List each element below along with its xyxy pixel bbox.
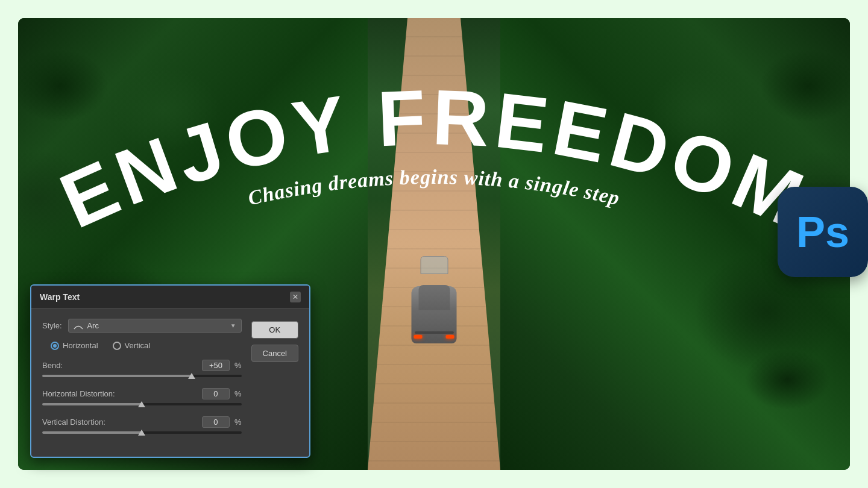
- svg-text:ENJOY FREEDOM: ENJOY FREEDOM: [48, 73, 820, 245]
- v-distortion-header: Vertical Distortion: 0 %: [42, 416, 242, 428]
- bend-value[interactable]: +50: [202, 360, 230, 371]
- ps-badge: Ps: [778, 187, 868, 277]
- bend-slider-fill: [42, 375, 192, 377]
- car-roof: [418, 285, 450, 310]
- bend-value-row: +50 %: [202, 360, 242, 371]
- v-distortion-fill: [42, 431, 142, 434]
- radio-row: Horizontal Vertical: [42, 341, 242, 350]
- headline-text: ENJOY FREEDOM: [48, 73, 820, 245]
- car-taillight-left: [414, 335, 423, 339]
- horizontal-radio[interactable]: Horizontal: [51, 341, 98, 350]
- car-trunk: [415, 331, 454, 334]
- h-distortion-track[interactable]: [42, 403, 242, 405]
- vertical-radio-label: Vertical: [125, 341, 151, 350]
- h-distortion-value[interactable]: 0: [202, 388, 230, 399]
- canvas-text-svg: ENJOY FREEDOM Chasing dreams begins with…: [18, 36, 850, 265]
- h-distortion-label: Horizontal Distortion:: [42, 389, 115, 398]
- v-distortion-value-row: 0 %: [202, 416, 242, 428]
- horizontal-radio-circle: [51, 342, 59, 350]
- vertical-radio-circle: [113, 342, 121, 350]
- dialog-close-button[interactable]: ✕: [290, 292, 301, 302]
- style-row: Style: Arc ▼: [42, 319, 242, 333]
- v-distortion-percent: %: [234, 418, 242, 427]
- v-distortion-slider-row: Vertical Distortion: 0 %: [42, 416, 242, 435]
- h-distortion-thumb[interactable]: [138, 401, 145, 407]
- v-distortion-value[interactable]: 0: [202, 416, 230, 428]
- horizontal-radio-label: Horizontal: [63, 341, 98, 350]
- bend-slider-row: Bend: +50 %: [42, 360, 242, 378]
- v-distortion-label: Vertical Distortion:: [42, 418, 105, 427]
- v-distortion-track[interactable]: [42, 431, 242, 434]
- cancel-button[interactable]: Cancel: [251, 345, 298, 362]
- car-body: [412, 286, 457, 343]
- bend-slider-track[interactable]: [42, 375, 242, 377]
- h-distortion-fill: [42, 403, 142, 405]
- dialog-titlebar: Warp Text ✕: [31, 286, 309, 309]
- h-distortion-value-row: 0 %: [202, 388, 242, 399]
- dialog-buttons: OK Cancel: [251, 319, 298, 445]
- h-distortion-header: Horizontal Distortion: 0 %: [42, 388, 242, 399]
- style-select-value: Arc: [74, 321, 99, 330]
- warp-text-dialog: Warp Text ✕ Style: Arc ▼: [30, 284, 310, 458]
- h-distortion-percent: %: [234, 389, 242, 398]
- bend-slider-header: Bend: +50 %: [42, 360, 242, 371]
- chevron-down-icon: ▼: [230, 322, 236, 329]
- main-container: ENJOY FREEDOM Chasing dreams begins with…: [18, 18, 850, 470]
- car-taillight-right: [446, 335, 454, 339]
- ps-badge-text: Ps: [796, 210, 849, 254]
- dialog-body: Style: Arc ▼: [31, 309, 309, 457]
- v-distortion-thumb[interactable]: [138, 430, 145, 436]
- ok-button[interactable]: OK: [251, 321, 298, 339]
- bend-slider-thumb[interactable]: [188, 373, 195, 379]
- bend-percent: %: [234, 361, 242, 370]
- h-distortion-slider-row: Horizontal Distortion: 0 %: [42, 388, 242, 407]
- car: [410, 277, 458, 343]
- vertical-radio[interactable]: Vertical: [113, 341, 151, 350]
- dialog-title: Warp Text: [40, 292, 80, 302]
- style-select[interactable]: Arc ▼: [68, 319, 242, 333]
- dialog-controls: Style: Arc ▼: [42, 319, 242, 445]
- style-label: Style:: [42, 321, 62, 330]
- bend-label: Bend:: [42, 361, 63, 370]
